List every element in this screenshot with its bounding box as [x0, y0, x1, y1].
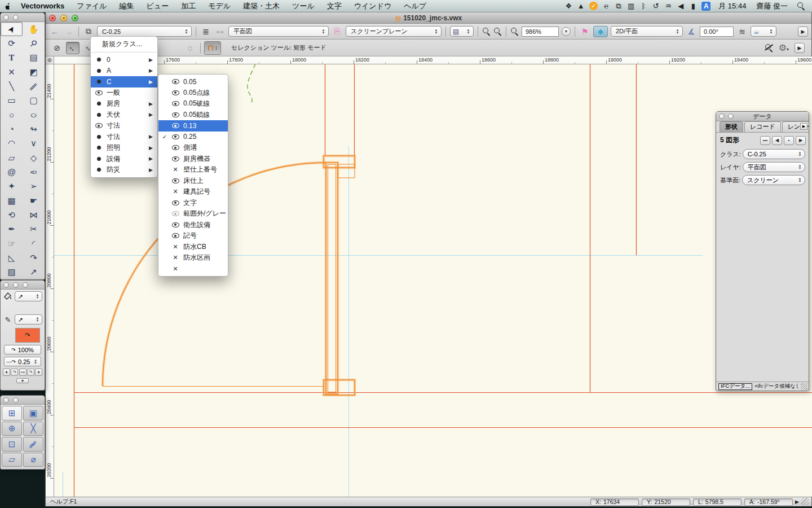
class-menu-item[interactable]: C▶: [91, 76, 157, 87]
class-submenu-item[interactable]: 記号: [158, 230, 228, 242]
zoom-level-field[interactable]: 986%: [522, 27, 559, 37]
mode-interactive-scaling[interactable]: ↔: [66, 42, 80, 54]
polygon-tool[interactable]: ∨: [23, 137, 45, 151]
pan-tool[interactable]: ✋: [23, 22, 45, 36]
attr-byclass-pen-button[interactable]: ↷: [27, 369, 34, 376]
statusbar-overflow-button[interactable]: ▶: [793, 499, 801, 505]
eraser-tool[interactable]: ▨: [1, 265, 23, 279]
mirror-tool[interactable]: ⋈: [23, 208, 45, 222]
dropbox-icon[interactable]: ❖: [562, 0, 575, 12]
oval-tool[interactable]: ○: [23, 108, 45, 122]
class-submenu-item[interactable]: ✕壁仕上番号: [158, 164, 228, 176]
irregular-polygon-tool[interactable]: ▱: [1, 151, 23, 165]
field-dropdown[interactable]: 平面図▲▼: [743, 162, 805, 172]
lineweight-dropdown[interactable]: —↷ 0.25 ▲▼: [4, 357, 41, 366]
palette-close-button[interactable]: [3, 282, 9, 288]
class-options-icon[interactable]: ⧉: [83, 27, 94, 36]
deform-tool[interactable]: ☛: [23, 194, 45, 208]
class-submenu-item[interactable]: 範囲外/グレー: [158, 208, 228, 220]
extract-tool[interactable]: ◩: [23, 65, 45, 79]
class-submenu-item[interactable]: ✕建具記号: [158, 186, 228, 198]
spiral-tool[interactable]: @: [1, 165, 23, 179]
mode-no-interactive-scaling[interactable]: ⊘: [50, 42, 64, 54]
mode-lasso[interactable]: ◌: [183, 42, 197, 54]
class-submenu-item[interactable]: ✕: [158, 264, 228, 275]
menubar-item[interactable]: モデル: [202, 0, 237, 12]
wand-tool[interactable]: ✦: [1, 179, 23, 194]
attributes-expand-button[interactable]: ▼: [16, 378, 29, 383]
palette-close-button[interactable]: [3, 397, 9, 403]
snap-intersection[interactable]: ╳: [23, 422, 43, 436]
saved-views-dropdown[interactable]: ▤ ▲▼: [450, 26, 474, 37]
class-menu-item[interactable]: 寸法▶: [91, 132, 157, 143]
menubar-item[interactable]: ツール: [286, 0, 321, 12]
tabs-overflow-button[interactable]: ▶: [800, 123, 807, 130]
zoom-tool[interactable]: ⚲: [23, 36, 45, 50]
snap-object[interactable]: ▣: [23, 406, 43, 421]
attr-menu-button[interactable]: ▾: [3, 369, 10, 376]
bluetooth-icon[interactable]: ᛒ: [637, 0, 650, 12]
data-palette-titlebar[interactable]: データ: [716, 112, 809, 121]
data-palette-tab[interactable]: レコード: [744, 121, 781, 132]
class-submenu-item[interactable]: ✓0.25: [158, 132, 228, 143]
line-tool[interactable]: ╲: [1, 79, 23, 93]
unified-view-button[interactable]: ◆: [593, 26, 608, 37]
ifc-data-button[interactable]: IFCデータ...: [718, 383, 752, 390]
text-tool[interactable]: T: [1, 51, 23, 65]
plane-flag-icon[interactable]: ⚑: [579, 27, 590, 36]
knife-tool[interactable]: ✒: [1, 222, 23, 237]
back-button[interactable]: ←: [49, 27, 60, 36]
select-similar-tool[interactable]: ➢: [23, 179, 45, 194]
current-object-button[interactable]: •: [784, 136, 794, 145]
class-menu-item[interactable]: 一般: [91, 87, 157, 99]
menubar-item[interactable]: 編集: [113, 0, 140, 12]
palette-close-button[interactable]: [3, 15, 9, 20]
snap-grid[interactable]: ⊞: [2, 406, 22, 421]
menubar-item[interactable]: ウインドウ: [348, 0, 398, 12]
double-line-tool[interactable]: ∥: [23, 79, 45, 93]
toolbar-overflow-button[interactable]: ▶: [798, 27, 808, 37]
settings-gear-icon[interactable]: ⚙▾: [779, 42, 789, 53]
class-menu-item[interactable]: 防災▶: [91, 164, 157, 176]
trim-tool[interactable]: ✂: [23, 222, 45, 237]
polyline-tool[interactable]: ◠: [1, 137, 23, 151]
regular-polygon-tool[interactable]: ◇: [23, 151, 45, 165]
snap-distance[interactable]: ⊡: [2, 437, 22, 452]
render-mode-dropdown[interactable]: ☕ ▲▼: [751, 26, 776, 37]
chamfer-tool[interactable]: ◺: [1, 251, 23, 265]
display-mirroring-icon[interactable]: ⧉: [612, 0, 625, 12]
palette-zoom-button[interactable]: [13, 15, 19, 20]
class-submenu-item[interactable]: ✕防水区画: [158, 252, 228, 264]
apple-menu-icon[interactable]: [0, 2, 15, 10]
move-by-points-tool[interactable]: ↗: [23, 265, 45, 279]
resize-grip[interactable]: [801, 498, 809, 506]
freehand-tool[interactable]: ↬: [23, 122, 45, 136]
fillet-tool[interactable]: ◜: [23, 237, 45, 251]
eyedropper-tool[interactable]: ✑: [23, 165, 45, 179]
zoom-icon[interactable]: [510, 27, 519, 36]
user-menu[interactable]: 齋藤 俊一: [752, 0, 792, 12]
snap-point-on-arc[interactable]: ⌀: [23, 453, 43, 467]
class-dropdown[interactable]: C-0.25▲▼: [97, 26, 192, 37]
zoom-presets-button[interactable]: ▼: [562, 27, 571, 36]
layer-dropdown[interactable]: 平面図▲▼: [228, 26, 329, 37]
check-badge-icon[interactable]: ✓: [589, 2, 598, 10]
class-submenu-item[interactable]: 0.05点線: [158, 87, 228, 99]
mode-wall-insertion[interactable]: ⊓↕: [204, 41, 221, 55]
selection-tool[interactable]: ➤: [1, 22, 23, 36]
view-dropdown[interactable]: 2D/平面▲▼: [611, 26, 683, 37]
pen-style-dropdown[interactable]: ➚ ▲▼: [15, 314, 42, 325]
field-dropdown[interactable]: C-0.25▲▼: [743, 149, 805, 159]
door-object[interactable]: [103, 156, 355, 395]
menubar-item[interactable]: 建築・土木: [237, 0, 286, 12]
layer-options-icon[interactable]: ≣: [200, 27, 211, 36]
class-menu-item[interactable]: 照明▶: [91, 142, 157, 154]
snap-edge[interactable]: ∦: [23, 437, 43, 452]
menubar-item[interactable]: ヘルプ: [398, 0, 433, 12]
class-menu-item[interactable]: 天伏▶: [91, 110, 157, 121]
class-menu-item[interactable]: 設備▶: [91, 154, 157, 165]
pen-color-swatch[interactable]: ↷: [15, 328, 40, 343]
snapping-palette-titlebar[interactable]: [1, 396, 45, 405]
attr-menu-button-2[interactable]: ▾: [35, 369, 42, 376]
class-menu-item[interactable]: 寸法: [91, 120, 157, 132]
